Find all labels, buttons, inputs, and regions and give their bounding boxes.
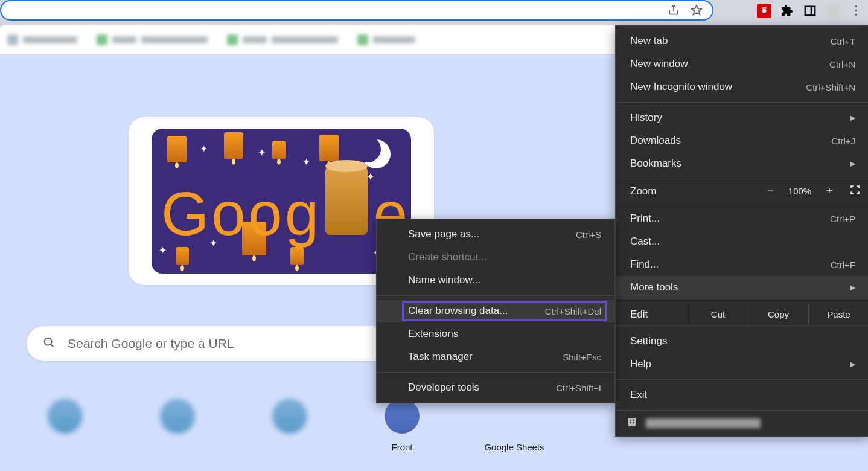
search-placeholder: Search Google or type a URL (68, 336, 234, 351)
menu-cut[interactable]: Cut (688, 303, 748, 325)
submenu-create-shortcut: Create shortcut... (377, 246, 614, 269)
bookmark-item[interactable] (7, 34, 77, 45)
menu-print[interactable]: Print... Ctrl+P (616, 207, 868, 230)
toolbar-actions (757, 4, 863, 18)
bookmark-item[interactable] (227, 34, 338, 45)
svg-line-9 (51, 344, 53, 346)
svg-point-8 (45, 338, 52, 345)
chevron-right-icon: ▶ (848, 283, 855, 292)
menu-new-window[interactable]: New window Ctrl+N (616, 53, 868, 75)
svg-rect-13 (630, 422, 631, 423)
zoom-level: 100% (782, 186, 818, 196)
menu-copy[interactable]: Copy (748, 303, 809, 325)
menu-cast[interactable]: Cast... (616, 230, 868, 253)
svg-rect-11 (630, 419, 631, 420)
chrome-menu-icon[interactable] (849, 4, 863, 18)
fullscreen-icon[interactable] (841, 185, 868, 198)
menu-edit-row: Edit Cut Copy Paste (616, 303, 868, 326)
submenu-clear-browsing-data[interactable]: Clear browsing data... Ctrl+Shift+Del (377, 300, 614, 322)
bookmark-item[interactable] (97, 34, 208, 45)
side-panel-icon[interactable] (803, 4, 817, 18)
extensions-icon[interactable] (780, 4, 794, 18)
shortcut-tiles: . . . Front Google Sheets (36, 399, 543, 452)
managed-by-row[interactable] (616, 411, 868, 436)
omnibox[interactable] (0, 0, 713, 21)
bookmark-item[interactable] (357, 34, 415, 45)
shortcut-tile[interactable]: . (261, 399, 319, 452)
menu-settings[interactable]: Settings (616, 330, 868, 353)
profile-avatar-icon[interactable] (826, 4, 840, 18)
chevron-right-icon: ▶ (848, 114, 855, 122)
google-doodle[interactable]: ✦ ✦ ✦ ✦ ✦ ✦ ✦ Goog e (152, 129, 411, 274)
bookmark-star-icon[interactable] (691, 4, 703, 16)
menu-exit[interactable]: Exit (616, 383, 868, 406)
menu-bookmarks[interactable]: Bookmarks ▶ (616, 152, 868, 175)
svg-marker-0 (692, 5, 702, 15)
svg-rect-14 (633, 422, 634, 423)
building-icon (627, 417, 637, 431)
shortcut-label: Google Sheets (484, 442, 544, 452)
menu-zoom: Zoom − 100% + (616, 179, 868, 203)
submenu-developer-tools[interactable]: Developer tools Ctrl+Shift+I (377, 376, 614, 399)
shortcut-tile-sheets[interactable]: Google Sheets (485, 399, 543, 452)
menu-downloads[interactable]: Downloads Ctrl+J (616, 129, 868, 152)
menu-find[interactable]: Find... Ctrl+F (616, 253, 868, 276)
search-icon (42, 336, 56, 352)
shortcut-tile-front[interactable]: Front (373, 399, 431, 452)
submenu-name-window[interactable]: Name window... (377, 269, 614, 292)
zoom-in-button[interactable]: + (818, 185, 841, 197)
svg-rect-2 (762, 7, 767, 8)
submenu-extensions[interactable]: Extensions (377, 322, 614, 345)
shortcut-label: Front (391, 442, 412, 452)
menu-new-tab[interactable]: New tab Ctrl+T (616, 30, 868, 53)
managed-org-label (646, 418, 761, 428)
share-icon[interactable] (668, 4, 680, 16)
menu-help[interactable]: Help ▶ (616, 353, 868, 376)
svg-rect-10 (628, 418, 636, 426)
omnibox-input[interactable] (1, 5, 668, 16)
chrome-main-menu: New tab Ctrl+T New window Ctrl+N New Inc… (615, 25, 868, 437)
chevron-right-icon: ▶ (848, 360, 855, 368)
svg-rect-12 (633, 419, 634, 420)
menu-paste[interactable]: Paste (809, 303, 868, 325)
shortcut-tile[interactable]: . (36, 399, 94, 452)
google-logo: Goog e (161, 164, 407, 245)
chevron-right-icon: ▶ (848, 159, 855, 168)
svg-point-1 (762, 9, 767, 13)
svg-rect-3 (805, 7, 815, 16)
drum-icon (325, 164, 368, 235)
zoom-out-button[interactable]: − (759, 185, 782, 197)
menu-more-tools[interactable]: More tools ▶ (616, 276, 868, 299)
submenu-task-manager[interactable]: Task manager Shift+Esc (377, 345, 614, 368)
menu-edit-label: Edit (616, 303, 688, 325)
more-tools-submenu: Save page as... Ctrl+S Create shortcut..… (376, 219, 615, 403)
menu-history[interactable]: History ▶ (616, 106, 868, 129)
menu-new-incognito[interactable]: New Incognito window Ctrl+Shift+N (616, 75, 868, 98)
shortcut-tile[interactable]: . (148, 399, 206, 452)
ublock-extension-icon[interactable] (757, 4, 771, 18)
submenu-save-page[interactable]: Save page as... Ctrl+S (377, 223, 614, 246)
